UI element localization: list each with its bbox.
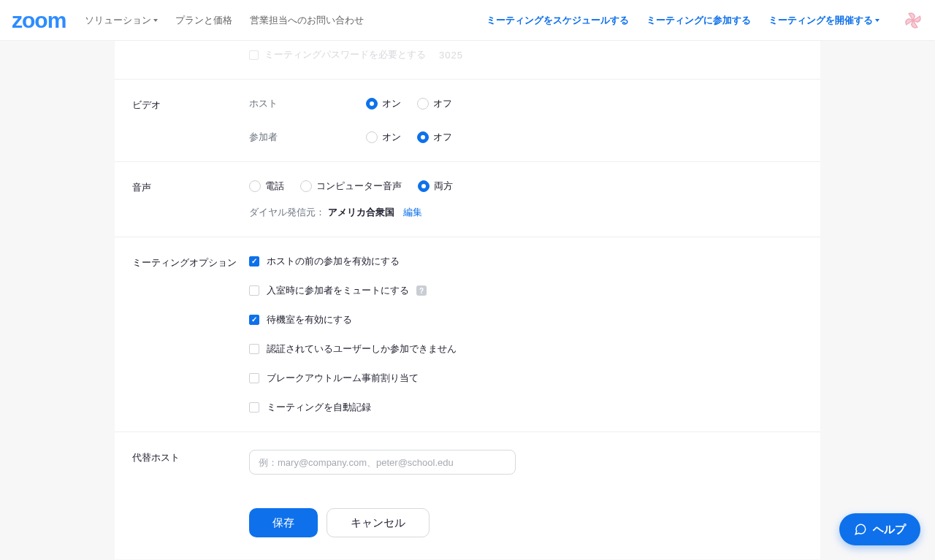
option-auto_record[interactable]: ミーティングを自動記録 bbox=[249, 401, 803, 414]
nav-contact-sales[interactable]: 営業担当へのお問い合わせ bbox=[250, 14, 364, 27]
option-waiting_room[interactable]: 待機室を有効にする bbox=[249, 313, 803, 326]
nav-host-meeting[interactable]: ミーティングを開催する bbox=[768, 14, 879, 27]
radio-label: オン bbox=[382, 97, 401, 110]
nav-join-meeting[interactable]: ミーティングに参加する bbox=[646, 14, 751, 27]
participant-video-on-radio[interactable]: オン bbox=[366, 131, 401, 144]
host-video-on-radio[interactable]: オン bbox=[366, 97, 401, 110]
password-code-faint: 3025 bbox=[439, 50, 463, 61]
password-row-disabled: ミーティングパスワードを必要とする 3025 bbox=[249, 48, 803, 61]
radio-label: 電話 bbox=[265, 180, 284, 193]
checkbox-icon bbox=[249, 344, 259, 354]
audio-phone-radio[interactable]: 電話 bbox=[249, 180, 284, 193]
host-video-label: ホスト bbox=[249, 97, 366, 110]
radio-icon bbox=[366, 131, 378, 143]
option-auth_only[interactable]: 認証されているユーザーしか参加できません bbox=[249, 342, 803, 356]
option-label: ブレークアウトルーム事前割り当て bbox=[267, 372, 419, 385]
save-button[interactable]: 保存 bbox=[249, 508, 318, 537]
help-button[interactable]: ヘルプ bbox=[839, 513, 920, 545]
option-label: 認証されているユーザーしか参加できません bbox=[267, 342, 457, 356]
participant-video-off-radio[interactable]: オフ bbox=[417, 131, 452, 144]
video-label: ビデオ bbox=[132, 97, 249, 144]
section-password-faint: ミーティングパスワードを必要とする 3025 bbox=[115, 41, 820, 79]
radio-icon bbox=[417, 98, 429, 110]
audio-both-radio[interactable]: 両方 bbox=[418, 180, 453, 193]
radio-icon bbox=[249, 180, 261, 192]
nav-host-label: ミーティングを開催する bbox=[768, 14, 873, 27]
checkbox-disabled bbox=[249, 50, 259, 60]
cancel-button[interactable]: キャンセル bbox=[327, 508, 430, 537]
option-label: 入室時に参加者をミュートにする bbox=[267, 284, 409, 297]
form-actions: 保存 キャンセル bbox=[115, 492, 820, 537]
content-area: ミーティングパスワードを必要とする 3025 ビデオ ホスト オン bbox=[0, 41, 935, 559]
host-video-off-radio[interactable]: オフ bbox=[417, 97, 452, 110]
chat-icon bbox=[854, 523, 867, 536]
nav-schedule-meeting[interactable]: ミーティングをスケジュールする bbox=[486, 14, 629, 27]
radio-label: オン bbox=[382, 131, 401, 144]
nav-solutions[interactable]: ソリューション bbox=[85, 14, 158, 27]
audio-label: 音声 bbox=[132, 180, 249, 219]
option-label: ミーティングを自動記録 bbox=[267, 401, 371, 414]
dial-country: アメリカ合衆国 bbox=[328, 206, 394, 219]
info-icon: ? bbox=[416, 285, 427, 296]
chevron-down-icon bbox=[153, 19, 158, 22]
radio-icon bbox=[418, 180, 430, 192]
pinwheel-icon[interactable] bbox=[903, 10, 923, 31]
alt-host-input[interactable] bbox=[249, 450, 516, 475]
participant-video-label: 参加者 bbox=[249, 131, 366, 144]
checkbox-icon bbox=[249, 256, 259, 266]
settings-panel: ミーティングパスワードを必要とする 3025 ビデオ ホスト オン bbox=[115, 41, 820, 559]
radio-label: コンピューター音声 bbox=[316, 180, 402, 193]
nav-solutions-label: ソリューション bbox=[85, 14, 151, 27]
option-join_before_host[interactable]: ホストの前の参加を有効にする bbox=[249, 255, 803, 268]
dial-edit-link[interactable]: 編集 bbox=[403, 206, 422, 219]
zoom-logo[interactable]: zoom bbox=[12, 8, 66, 33]
dial-from-row: ダイヤル発信元： アメリカ合衆国 編集 bbox=[249, 206, 803, 219]
checkbox-icon bbox=[249, 315, 259, 325]
nav-left: ソリューション プランと価格 営業担当へのお問い合わせ bbox=[85, 14, 364, 27]
option-breakout_preassign[interactable]: ブレークアウトルーム事前割り当て bbox=[249, 372, 803, 385]
option-mute_on_entry[interactable]: 入室時に参加者をミュートにする? bbox=[249, 284, 803, 297]
nav-right: ミーティングをスケジュールする ミーティングに参加する ミーティングを開催する bbox=[486, 10, 923, 31]
radio-icon bbox=[300, 180, 312, 192]
section-alt-host: 代替ホスト bbox=[115, 431, 820, 492]
global-header: zoom ソリューション プランと価格 営業担当へのお問い合わせ ミーティングを… bbox=[0, 0, 935, 41]
option-label: ホストの前の参加を有効にする bbox=[267, 255, 400, 268]
radio-label: 両方 bbox=[434, 180, 453, 193]
section-meeting-options: ミーティングオプション ホストの前の参加を有効にする入室時に参加者をミュートにす… bbox=[115, 237, 820, 431]
radio-icon bbox=[417, 131, 429, 143]
help-label: ヘルプ bbox=[873, 523, 906, 537]
meeting-options-label: ミーティングオプション bbox=[132, 255, 249, 414]
nav-pricing[interactable]: プランと価格 bbox=[175, 14, 232, 27]
section-video: ビデオ ホスト オン オフ bbox=[115, 79, 820, 161]
checkbox-icon bbox=[249, 402, 259, 413]
password-label-faint: ミーティングパスワードを必要とする bbox=[264, 48, 426, 61]
radio-label: オフ bbox=[433, 97, 452, 110]
option-label: 待機室を有効にする bbox=[267, 313, 352, 326]
radio-label: オフ bbox=[433, 131, 452, 144]
audio-computer-radio[interactable]: コンピューター音声 bbox=[300, 180, 402, 193]
chevron-down-icon bbox=[875, 19, 879, 22]
dial-from-label: ダイヤル発信元： bbox=[249, 206, 325, 219]
checkbox-icon bbox=[249, 373, 259, 383]
radio-icon bbox=[366, 98, 378, 110]
checkbox-icon bbox=[249, 285, 259, 296]
alt-host-label: 代替ホスト bbox=[132, 450, 249, 475]
section-audio: 音声 電話 コンピューター音声 両方 bbox=[115, 161, 820, 237]
